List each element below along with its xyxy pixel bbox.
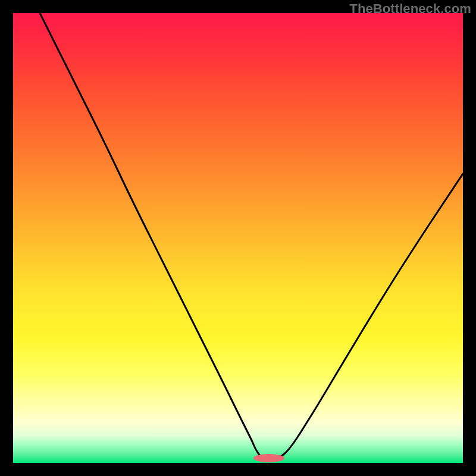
bottleneck-curve bbox=[40, 13, 463, 459]
bottleneck-marker bbox=[253, 454, 284, 462]
chart-svg bbox=[13, 13, 463, 463]
chart-area bbox=[13, 13, 463, 463]
